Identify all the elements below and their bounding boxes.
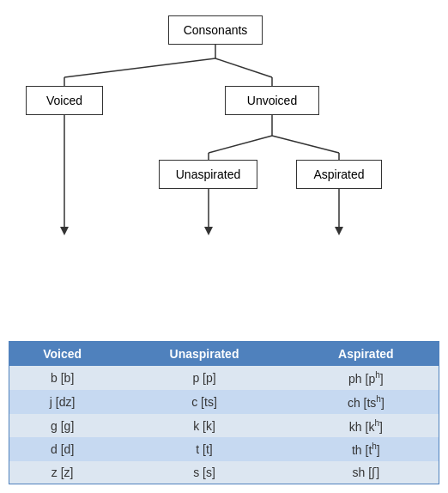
svg-line-6 (209, 136, 272, 153)
consonants-table: Voiced Unaspirated Aspirated b [b]p [p]p… (9, 342, 439, 484)
table-cell: p [p] (115, 366, 293, 390)
table-cell: c [ts] (115, 390, 293, 414)
svg-line-3 (215, 58, 272, 77)
table-cell: ph [ph] (294, 366, 439, 390)
table-row: z [z]s [s]sh [ʃ] (9, 461, 439, 484)
table-cell: s [s] (115, 461, 293, 484)
col-header-aspirated: Aspirated (294, 342, 439, 366)
node-voiced: Voiced (26, 86, 103, 115)
node-unaspirated: Unaspirated (159, 160, 257, 189)
node-consonants: Consonants (168, 15, 263, 45)
table-cell: kh [kh] (294, 414, 439, 438)
svg-marker-11 (60, 227, 69, 235)
node-aspirated: Aspirated (296, 160, 382, 189)
col-header-voiced: Voiced (9, 342, 115, 366)
table-cell: th [th] (294, 437, 439, 461)
table-cell: d [d] (9, 437, 115, 461)
col-header-unaspirated: Unaspirated (115, 342, 293, 366)
node-unvoiced: Unvoiced (225, 86, 319, 115)
svg-line-8 (272, 136, 339, 153)
diagram: Consonants Voiced Unvoiced Unaspirated A… (0, 0, 448, 493)
svg-marker-15 (335, 227, 343, 235)
table-cell: sh [ʃ] (294, 461, 439, 484)
table-cell: t [t] (115, 437, 293, 461)
table-cell: g [g] (9, 414, 115, 438)
table-cell: b [b] (9, 366, 115, 390)
table-cell: ch [tsh] (294, 390, 439, 414)
table-row: j [dz]c [ts]ch [tsh] (9, 390, 439, 414)
svg-line-1 (64, 58, 215, 77)
table-row: d [d]t [t]th [th] (9, 437, 439, 461)
table-row: g [g]k [k]kh [kh] (9, 414, 439, 438)
svg-marker-13 (204, 227, 213, 235)
table-cell: z [z] (9, 461, 115, 484)
table-container: Voiced Unaspirated Aspirated b [b]p [p]p… (9, 341, 439, 484)
table-cell: k [k] (115, 414, 293, 438)
table-cell: j [dz] (9, 390, 115, 414)
table-row: b [b]p [p]ph [ph] (9, 366, 439, 390)
